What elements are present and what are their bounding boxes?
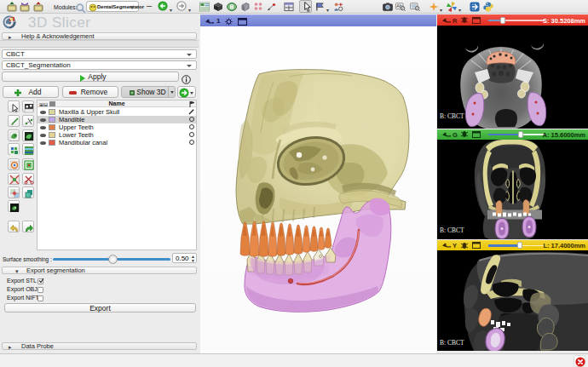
svg-text:B: CBCT: B: CBCT [440,339,464,347]
svg-text:B: CBCT: B: CBCT [440,112,464,120]
svg-text:B: CBCT: B: CBCT [440,226,464,233]
